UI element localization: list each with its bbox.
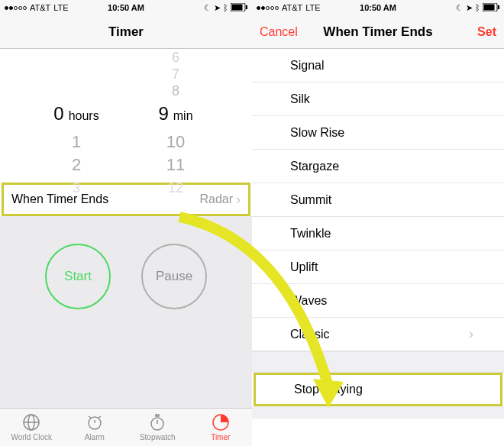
sound-item-stargaze[interactable]: Stargaze [252,150,504,183]
chevron-right-icon: › [236,192,241,208]
set-button[interactable]: Set [443,25,496,39]
svg-line-9 [99,416,101,418]
sound-item-silk[interactable]: Silk [252,82,504,116]
pause-button[interactable]: Pause [141,244,207,309]
bluetooth-icon: ᛒ [475,3,480,12]
sound-list[interactable]: Signal Silk Slow Rise Stargaze Summit Tw… [252,49,504,446]
svg-rect-16 [498,5,499,9]
sound-item-summit[interactable]: Summit [252,183,504,217]
section-gap [252,351,504,373]
cancel-button[interactable]: Cancel [260,25,313,39]
svg-rect-12 [156,415,159,416]
status-bar: AT&T LTE 10:50 AM ☾ ➤ ᛒ [252,0,504,15]
minutes-picker[interactable]: 6 7 8 9min 10 11 12 [134,49,218,199]
page-title: Timer [61,24,191,40]
start-button[interactable]: Start [45,244,111,309]
timer-screen: AT&T LTE 10:50 AM ☾ ➤ ᛒ Timer [0,0,252,446]
controls-area: Start Pause [0,216,252,408]
svg-rect-1 [232,4,243,10]
statusbar-time: 10:50 AM [86,3,166,12]
alarm-icon [86,413,104,431]
moon-icon: ☾ [456,3,464,13]
nav-header: Cancel When Timer Ends Set [252,15,504,49]
tab-stopwatch[interactable]: Stopwatch [126,409,189,446]
when-timer-ends-screen: AT&T LTE 10:50 AM ☾ ➤ ᛒ Cancel When Time… [252,0,504,446]
sound-item-signal[interactable]: Signal [252,49,504,82]
sound-item-twinkle[interactable]: Twinkle [252,217,504,250]
carrier-label: AT&T [30,3,50,12]
page-title: When Timer Ends [313,24,443,40]
tab-world-clock[interactable]: World Clock [0,409,63,446]
battery-icon [483,3,499,13]
sound-item-uplift[interactable]: Uplift [252,250,504,284]
status-bar: AT&T LTE 10:50 AM ☾ ➤ ᛒ [0,0,252,15]
tab-bar: World Clock Alarm Stopwatch Timer [0,408,252,446]
min-value: 9 [158,102,168,125]
sound-item-slow-rise[interactable]: Slow Rise [252,116,504,150]
moon-icon: ☾ [204,3,212,13]
location-icon: ➤ [214,3,221,13]
signal-strength-icon [5,6,27,10]
svg-line-8 [89,416,91,418]
location-icon: ➤ [466,3,473,13]
battery-icon [231,3,247,13]
hours-unit: hours [69,105,99,128]
sound-item-waves[interactable]: Waves [252,284,504,318]
time-picker[interactable]: 0hours 1 2 3 6 7 8 9min 10 11 12 [0,49,252,183]
svg-rect-15 [484,4,495,10]
tab-timer[interactable]: Timer [189,409,253,446]
min-unit: min [173,105,193,128]
svg-rect-2 [246,5,247,9]
chevron-right-icon: › [469,326,473,342]
globe-icon [22,413,40,431]
hours-picker[interactable]: 0hours 1 2 3 [34,49,118,199]
stop-playing-row[interactable]: Stop Playing [254,373,502,406]
stopwatch-icon [148,413,166,431]
timer-icon [212,413,230,431]
bluetooth-icon: ᛒ [223,3,228,12]
hours-value: 0 [53,102,63,125]
sound-item-classic[interactable]: Classic › [252,318,504,351]
statusbar-time: 10:50 AM [338,3,418,12]
nav-header: Timer [0,15,252,49]
signal-strength-icon [257,6,279,10]
network-label: LTE [53,3,68,12]
tab-alarm[interactable]: Alarm [63,409,127,446]
